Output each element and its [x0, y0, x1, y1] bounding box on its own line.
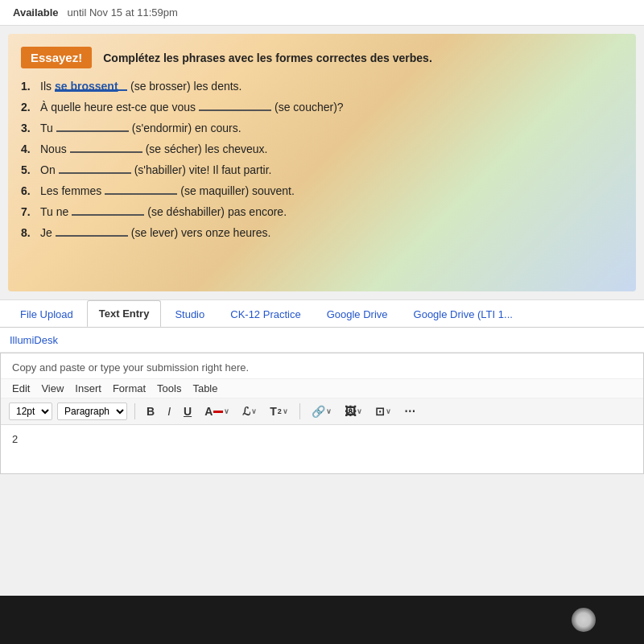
tab-studio[interactable]: Studio	[163, 301, 217, 327]
item-num-1: 1.	[21, 80, 37, 93]
link-icon: 🔗	[312, 405, 325, 418]
toolbar-divider-1	[134, 403, 135, 419]
item-blank-7	[72, 204, 144, 216]
item-after-5: (s'habiller) vite! Il faut partir.	[134, 163, 272, 176]
essayez-row: Essayez! Complétez les phrases avec les …	[21, 47, 623, 68]
menu-table[interactable]: Table	[192, 382, 217, 394]
item-after-1: (se brosser) les dents.	[130, 80, 242, 93]
editor-content-text: 2	[12, 433, 18, 445]
item-before-6: Les femmes	[40, 184, 101, 197]
item-blank-6	[105, 184, 177, 195]
illumidesk-link[interactable]: IllumiDesk	[10, 334, 58, 346]
essayez-badge: Essayez!	[21, 47, 92, 68]
illumidesk-row: IllumiDesk	[0, 328, 644, 353]
editor-hint: Copy and paste or type your submission r…	[1, 353, 643, 378]
bold-button[interactable]: B	[142, 403, 159, 419]
item-after-8: (se lever) vers onze heures.	[131, 226, 271, 239]
item-before-7: Tu ne	[40, 205, 68, 218]
item-blank-4	[70, 142, 142, 153]
link-chevron: ∨	[326, 407, 332, 415]
item-num-2: 2.	[21, 101, 37, 114]
tab-google-drive-lti[interactable]: Google Drive (LTI 1...	[402, 301, 525, 327]
item-before-2: À quelle heure est-ce que vous	[40, 101, 196, 114]
item-before-4: Nous	[40, 142, 67, 155]
more-icon: ⋯	[404, 405, 415, 418]
item-blank-5	[59, 163, 131, 174]
exercise-item-8: 8. Je (se lever) vers onze heures.	[21, 225, 623, 239]
embed-button[interactable]: ⊡ ∨	[371, 403, 395, 419]
toolbar-divider-2	[299, 403, 300, 419]
embed-chevron: ∨	[386, 407, 391, 415]
item-before-8: Je	[40, 226, 52, 239]
exercise-item-5: 5. On (s'habiller) vite! Il faut partir.	[21, 163, 623, 176]
underline-button[interactable]: U	[180, 403, 196, 419]
item-blank-1: se brossent	[55, 80, 127, 91]
item-before-1: Ils	[40, 80, 52, 93]
italic-button[interactable]: I	[163, 403, 175, 419]
exercise-instruction: Complétez les phrases avec les formes co…	[103, 52, 432, 64]
menu-insert[interactable]: Insert	[75, 382, 101, 394]
item-num-6: 6.	[21, 184, 37, 197]
menu-tools[interactable]: Tools	[157, 382, 181, 394]
editor-toolbar: 12pt 14pt 18pt Paragraph Heading 1 Headi…	[1, 398, 643, 425]
image-chevron: ∨	[357, 407, 362, 415]
item-num-5: 5.	[21, 163, 37, 176]
item-after-6: (se maquiller) souvent.	[180, 184, 295, 197]
item-blank-8	[56, 225, 128, 237]
image-icon: 🖼	[345, 405, 356, 418]
exercise-item-4: 4. Nous (se sécher) les cheveux.	[21, 142, 623, 155]
availability-bar: Available until Nov 15 at 11:59pm	[0, 0, 644, 26]
exercise-item-1: 1. Ils se brossent (se brosser) les dent…	[21, 80, 623, 93]
image-button[interactable]: 🖼 ∨	[341, 403, 366, 419]
font-color-label: A	[204, 405, 213, 418]
item-num-3: 3.	[21, 122, 37, 134]
exercise-item-2: 2. À quelle heure est-ce que vous (se co…	[21, 100, 623, 114]
more-button[interactable]: ⋯	[400, 403, 419, 419]
availability-detail: until Nov 15 at 11:59pm	[67, 6, 177, 19]
superscript-button[interactable]: T2 ∨	[266, 403, 292, 419]
tabs-section: File Upload Text Entry Studio CK-12 Prac…	[0, 299, 644, 328]
editor-content-area[interactable]: 2	[1, 425, 643, 473]
menu-format[interactable]: Format	[113, 382, 146, 394]
item-after-7: (se déshabiller) pas encore.	[147, 205, 287, 218]
highlight-icon: ℒ	[242, 405, 250, 418]
exercise-item-7: 7. Tu ne (se déshabiller) pas encore.	[21, 204, 623, 218]
bottom-bar	[0, 596, 644, 644]
paragraph-select[interactable]: Paragraph Heading 1 Heading 2	[57, 402, 127, 420]
tab-google-drive[interactable]: Google Drive	[315, 301, 400, 327]
tab-file-upload[interactable]: File Upload	[8, 301, 85, 327]
item-blank-3	[56, 121, 129, 132]
item-after-3: (s'endormir) en cours.	[132, 122, 242, 134]
menu-edit[interactable]: Edit	[12, 382, 30, 394]
exercise-list: 1. Ils se brossent (se brosser) les dent…	[21, 80, 623, 239]
bottom-light	[572, 608, 596, 632]
available-label: Available	[13, 6, 59, 19]
item-before-3: Tu	[40, 122, 53, 134]
tab-ck12-practice[interactable]: CK-12 Practice	[218, 301, 312, 327]
item-after-4: (se sécher) les cheveux.	[146, 142, 268, 155]
item-num-8: 8.	[21, 226, 37, 239]
menu-view[interactable]: View	[41, 382, 64, 394]
item-blank-2	[199, 100, 271, 111]
exercise-item-6: 6. Les femmes (se maquiller) souvent.	[21, 184, 623, 197]
editor-container: Copy and paste or type your submission r…	[0, 353, 644, 474]
exercise-item-3: 3. Tu (s'endormir) en cours.	[21, 121, 623, 134]
menu-bar: Edit View Insert Format Tools Table	[1, 378, 643, 398]
tab-text-entry[interactable]: Text Entry	[87, 300, 162, 328]
item-after-2: (se coucher)?	[275, 101, 344, 114]
font-size-select[interactable]: 12pt 14pt 18pt	[9, 402, 52, 420]
exercise-card: Essayez! Complétez les phrases avec les …	[8, 34, 636, 291]
font-color-chevron: ∨	[224, 407, 229, 415]
embed-icon: ⊡	[375, 405, 385, 418]
item-num-7: 7.	[21, 205, 37, 218]
font-color-button[interactable]: A ∨	[200, 403, 233, 419]
highlight-chevron: ∨	[251, 407, 257, 415]
link-button[interactable]: 🔗 ∨	[308, 403, 336, 419]
superscript-chevron: ∨	[283, 407, 288, 415]
highlight-button[interactable]: ℒ ∨	[238, 403, 261, 419]
item-before-5: On	[40, 163, 56, 176]
tabs-row: File Upload Text Entry Studio CK-12 Prac…	[0, 300, 644, 328]
item-num-4: 4.	[21, 142, 37, 155]
